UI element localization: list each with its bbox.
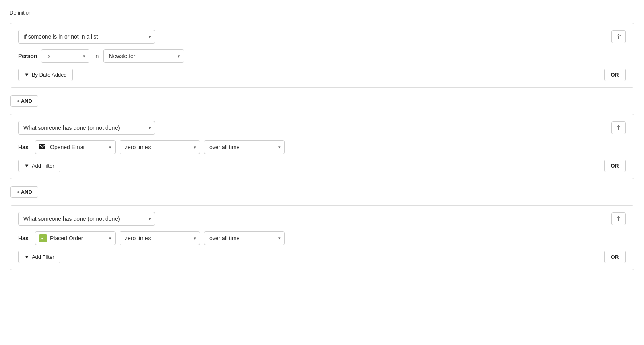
- block3-timeframe-select[interactable]: over all time in the last 30 days in the…: [204, 231, 285, 245]
- block1-person-label: Person: [18, 53, 37, 59]
- block3-type-select[interactable]: What someone has done (or not done) If s…: [18, 212, 155, 226]
- block2-or-button[interactable]: OR: [604, 160, 626, 172]
- block1-trash-button[interactable]: 🗑: [611, 30, 626, 43]
- block2-has-label: Has: [18, 144, 31, 150]
- block3-or-button[interactable]: OR: [604, 251, 626, 263]
- filter-icon-2: ▼: [24, 163, 29, 169]
- and-connector-2: + AND: [10, 179, 634, 205]
- block3-frequency-select[interactable]: zero times at least once exactly more th…: [120, 231, 200, 245]
- block1-or-button[interactable]: OR: [604, 69, 626, 81]
- block2-trash-button[interactable]: 🗑: [611, 121, 626, 134]
- and-button-2[interactable]: + AND: [10, 186, 38, 198]
- condition-block-3: What someone has done (or not done) If s…: [10, 205, 634, 270]
- block1-type-select[interactable]: If someone is in or not in a list What s…: [18, 30, 155, 44]
- trash-icon-2: 🗑: [616, 125, 621, 131]
- block3-has-label: Has: [18, 235, 31, 241]
- block1-filter-button[interactable]: ▼ By Date Added: [18, 69, 73, 81]
- block2-event-select[interactable]: Opened Email Clicked Email Placed Order …: [35, 140, 116, 154]
- condition-block-1: If someone is in or not in a list What s…: [10, 23, 634, 88]
- page-title: Definition: [10, 10, 634, 16]
- block2-filter-button[interactable]: ▼ Add Filter: [18, 160, 60, 172]
- block2-type-select[interactable]: What someone has done (or not done) If s…: [18, 121, 155, 135]
- block1-in-label: in: [94, 53, 99, 59]
- block2-timeframe-select[interactable]: over all time in the last 30 days in the…: [204, 140, 285, 154]
- and-button-1[interactable]: + AND: [10, 95, 38, 107]
- trash-icon-3: 🗑: [616, 216, 621, 222]
- block2-frequency-select[interactable]: zero times at least once exactly more th…: [120, 140, 200, 154]
- filter-icon-3: ▼: [24, 254, 29, 260]
- and-connector-1: + AND: [10, 88, 634, 114]
- block3-trash-button[interactable]: 🗑: [611, 212, 626, 225]
- condition-block-2: What someone has done (or not done) If s…: [10, 114, 634, 179]
- block1-condition-select[interactable]: is is not: [41, 49, 89, 63]
- block3-event-select[interactable]: Opened Email Clicked Email Placed Order …: [35, 231, 116, 245]
- block3-filter-button[interactable]: ▼ Add Filter: [18, 251, 60, 263]
- filter-icon: ▼: [24, 72, 29, 78]
- block1-list-select[interactable]: Newsletter VIP Subscribers: [103, 49, 184, 63]
- trash-icon: 🗑: [616, 33, 621, 40]
